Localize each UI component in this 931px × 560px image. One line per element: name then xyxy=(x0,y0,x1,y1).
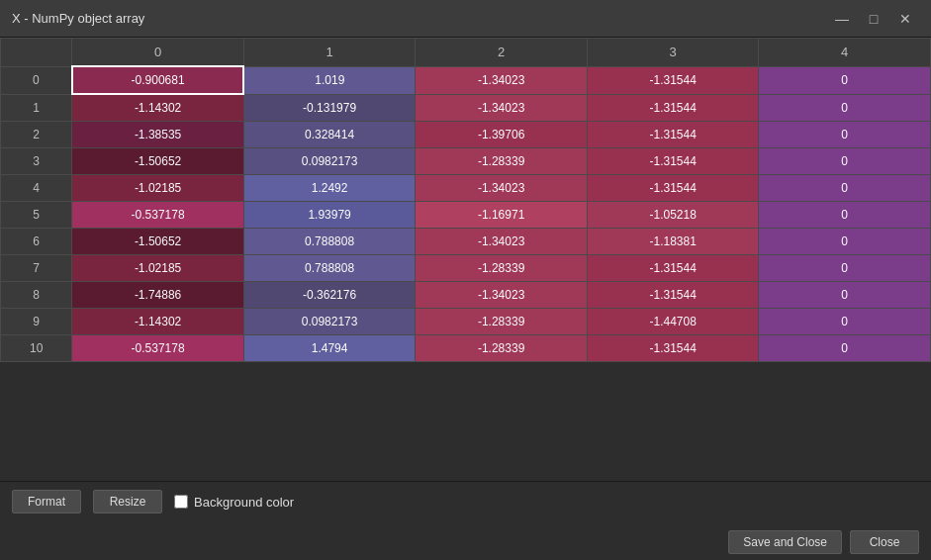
table-cell: 1.019 xyxy=(243,66,416,94)
table-row: 2-1.385350.328414-1.39706-1.315440 xyxy=(1,122,931,148)
table-row: 4-1.021851.2492-1.34023-1.315440 xyxy=(1,175,931,202)
table-cell: -1.34023 xyxy=(416,175,588,202)
table-cell: 0 xyxy=(759,229,931,255)
table-cell: -1.74886 xyxy=(72,282,244,309)
table-cell: -1.18381 xyxy=(587,229,759,255)
title-bar-left: X - NumPy object array xyxy=(12,11,144,26)
table-row: 10-0.5371781.4794-1.28339-1.315440 xyxy=(1,335,931,362)
table-cell: -1.50652 xyxy=(72,148,244,175)
table-cell: 0 xyxy=(759,122,931,148)
table-cell: 0 xyxy=(759,202,931,229)
table-row: 6-1.506520.788808-1.34023-1.183810 xyxy=(1,229,931,255)
table-cell: 0.328414 xyxy=(243,122,416,148)
close-button[interactable]: Close xyxy=(850,530,919,554)
table-cell: -0.131979 xyxy=(243,94,416,122)
table-cell: -1.02185 xyxy=(72,175,244,202)
row-index-cell: 7 xyxy=(1,255,72,282)
maximize-button[interactable]: □ xyxy=(860,5,887,33)
table-row: 9-1.143020.0982173-1.28339-1.447080 xyxy=(1,309,931,335)
footer: Format Resize Background color Save and … xyxy=(0,481,931,560)
table-cell: -1.02185 xyxy=(72,255,244,282)
table-cell: 0.0982173 xyxy=(243,309,416,335)
title-bar: X - NumPy object array — □ ✕ xyxy=(0,0,931,38)
row-index-cell: 3 xyxy=(1,148,72,175)
row-index-cell: 1 xyxy=(1,94,72,122)
table-cell: 0 xyxy=(759,175,931,202)
table-cell: -1.31544 xyxy=(587,122,759,148)
format-button[interactable]: Format xyxy=(12,490,81,513)
bg-color-text: Background color xyxy=(194,495,294,510)
table-cell: -1.31544 xyxy=(587,335,759,362)
footer-top: Format Resize Background color xyxy=(0,482,931,521)
table-cell: -1.14302 xyxy=(72,309,244,335)
minimize-button[interactable]: — xyxy=(828,5,856,33)
table-cell: -0.362176 xyxy=(243,282,416,309)
table-cell: -1.31544 xyxy=(587,175,759,202)
table-row: 0-0.9006811.019-1.34023-1.315440 xyxy=(1,66,931,94)
table-cell: -1.31544 xyxy=(587,148,759,175)
table-cell: -1.39706 xyxy=(416,122,588,148)
row-index-cell: 5 xyxy=(1,202,72,229)
header-col2: 2 xyxy=(416,39,588,67)
table-cell: -1.31544 xyxy=(587,66,759,94)
table-cell: -1.38535 xyxy=(72,122,244,148)
table-cell: -1.16971 xyxy=(416,202,588,229)
table-row: 8-1.74886-0.362176-1.34023-1.315440 xyxy=(1,282,931,309)
table-container: 0 1 2 3 4 0-0.9006811.019-1.34023-1.3154… xyxy=(0,38,931,481)
table-cell: 0.788808 xyxy=(243,255,416,282)
table-cell: -1.28339 xyxy=(416,148,588,175)
table-cell: 0 xyxy=(759,335,931,362)
table-cell: 0 xyxy=(759,255,931,282)
table-cell: -1.34023 xyxy=(416,66,588,94)
table-cell: -1.31544 xyxy=(587,282,759,309)
data-table: 0 1 2 3 4 0-0.9006811.019-1.34023-1.3154… xyxy=(0,38,931,362)
table-cell: 0.788808 xyxy=(243,229,416,255)
table-cell: -1.28339 xyxy=(416,335,588,362)
table-cell: -1.28339 xyxy=(416,255,588,282)
table-cell: -1.14302 xyxy=(72,94,244,122)
table-header-row: 0 1 2 3 4 xyxy=(1,39,931,67)
table-cell: 0 xyxy=(759,66,931,94)
row-index-cell: 2 xyxy=(1,122,72,148)
header-col4: 4 xyxy=(759,39,931,67)
table-cell: -1.44708 xyxy=(587,309,759,335)
row-index-cell: 4 xyxy=(1,175,72,202)
row-index-cell: 10 xyxy=(1,335,72,362)
row-index-cell: 9 xyxy=(1,309,72,335)
table-cell: -1.31544 xyxy=(587,255,759,282)
table-cell: 1.2492 xyxy=(243,175,416,202)
table-cell: -1.34023 xyxy=(416,229,588,255)
table-row: 7-1.021850.788808-1.28339-1.315440 xyxy=(1,255,931,282)
table-cell: -0.900681 xyxy=(72,66,244,94)
table-cell: -1.05218 xyxy=(587,202,759,229)
table-scroll[interactable]: 0 1 2 3 4 0-0.9006811.019-1.34023-1.3154… xyxy=(0,38,931,481)
row-index-cell: 6 xyxy=(1,229,72,255)
table-cell: -1.28339 xyxy=(416,309,588,335)
table-cell: -1.31544 xyxy=(587,94,759,122)
bg-color-checkbox[interactable] xyxy=(174,495,188,509)
table-cell: 0.0982173 xyxy=(243,148,416,175)
table-cell: -1.34023 xyxy=(416,94,588,122)
save-close-button[interactable]: Save and Close xyxy=(728,530,842,554)
table-row: 1-1.14302-0.131979-1.34023-1.315440 xyxy=(1,94,931,122)
table-cell: 1.4794 xyxy=(243,335,416,362)
table-cell: -0.537178 xyxy=(72,202,244,229)
main-window: X - NumPy object array — □ ✕ 0 1 2 3 4 xyxy=(0,0,931,560)
table-cell: -0.537178 xyxy=(72,335,244,362)
table-cell: 1.93979 xyxy=(243,202,416,229)
table-row: 3-1.506520.0982173-1.28339-1.315440 xyxy=(1,148,931,175)
table-cell: 0 xyxy=(759,148,931,175)
table-cell: 0 xyxy=(759,309,931,335)
window-title: X - NumPy object array xyxy=(12,11,144,26)
header-col3: 3 xyxy=(587,39,759,67)
row-index-cell: 8 xyxy=(1,282,72,309)
row-index-cell: 0 xyxy=(1,66,72,94)
title-controls: — □ ✕ xyxy=(828,5,919,33)
bg-color-label[interactable]: Background color xyxy=(174,495,294,510)
table-cell: -1.50652 xyxy=(72,229,244,255)
header-col0: 0 xyxy=(72,39,244,67)
table-cell: 0 xyxy=(759,94,931,122)
resize-button[interactable]: Resize xyxy=(93,490,162,513)
window-close-button[interactable]: ✕ xyxy=(891,5,919,33)
header-col1: 1 xyxy=(243,39,416,67)
